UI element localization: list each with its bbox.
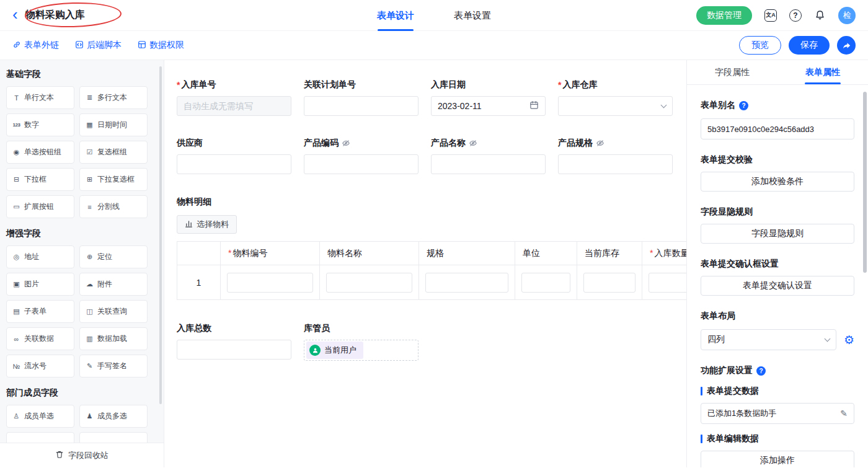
section-title-member-fields: 部门成员字段: [6, 387, 164, 399]
field-total[interactable]: 入库总数: [177, 322, 291, 361]
gear-icon[interactable]: ⚙: [844, 334, 854, 346]
help-icon[interactable]: ?: [739, 101, 748, 110]
help-icon[interactable]: ?: [756, 366, 766, 376]
tab-form-settings[interactable]: 表单设置: [454, 0, 491, 31]
multi-line-text-icon: ≣: [85, 94, 94, 102]
required-mark: *: [558, 80, 561, 90]
stock-input[interactable]: [583, 273, 636, 293]
member-multi-icon: ♟: [85, 412, 94, 420]
edit-icon[interactable]: ✎: [840, 408, 848, 418]
field-single-line-text[interactable]: T单行文本: [6, 86, 74, 109]
table-col-in-qty: *入库数量: [642, 242, 687, 265]
visibility-rules-button[interactable]: 字段显隐规则: [701, 224, 854, 244]
field-checkbox-group[interactable]: ☑复选框组: [79, 141, 148, 164]
field-attachment[interactable]: ☁附件: [79, 273, 148, 296]
plan-no-input[interactable]: [304, 96, 418, 116]
required-mark: *: [228, 248, 231, 258]
field-subform[interactable]: ▤子表单: [6, 300, 74, 323]
field-address[interactable]: ◎地址: [6, 245, 74, 268]
add-validation-button[interactable]: 添加校验条件: [701, 172, 854, 192]
label-text: 入库总数: [177, 323, 211, 334]
tab-form-design[interactable]: 表单设计: [377, 0, 414, 31]
spec-input[interactable]: [425, 273, 508, 293]
enhanced-fields-grid: ◎地址 ⊕定位 ▣图片 ☁附件 ▤子表单 ◫关联查询 ∞关联数据 ▥数据加载 №…: [6, 245, 164, 377]
product-spec-input[interactable]: [558, 154, 673, 174]
table-col-stock: 当前库存: [577, 242, 642, 265]
panel-scrollbar[interactable]: [863, 92, 867, 273]
bell-icon[interactable]: [814, 9, 826, 21]
field-linked-query[interactable]: ◫关联查询: [79, 300, 148, 323]
back-icon[interactable]: ‹: [12, 8, 18, 20]
in-qty-input[interactable]: [649, 273, 686, 293]
field-extend-button[interactable]: ▭扩展按钮: [6, 195, 74, 218]
table-col-index: [177, 242, 221, 265]
share-button[interactable]: [837, 36, 856, 55]
form-alias-input[interactable]: [701, 118, 854, 139]
select-icon: ⊟: [12, 175, 21, 183]
backend-script-link[interactable]: 后端脚本: [75, 40, 122, 51]
avatar[interactable]: 检: [838, 7, 856, 24]
supplier-input[interactable]: [177, 154, 291, 174]
field-serial-number[interactable]: №流水号: [6, 355, 74, 377]
field-label: 下拉复选框: [97, 174, 135, 185]
layout-select[interactable]: 四列: [701, 329, 836, 350]
help-icon[interactable]: ?: [789, 9, 802, 22]
field-product-spec[interactable]: 产品规格: [558, 137, 673, 174]
field-keeper[interactable]: 库管员 当前用户: [304, 322, 418, 361]
save-button[interactable]: 保存: [789, 36, 830, 55]
field-label: 供应商: [177, 137, 291, 149]
keeper-field[interactable]: 当前用户: [304, 340, 418, 361]
field-multi-line-text[interactable]: ≣多行文本: [79, 86, 148, 109]
field-multi-select[interactable]: ⊞下拉复选框: [79, 168, 148, 191]
field-data-load[interactable]: ▥数据加载: [79, 327, 148, 350]
product-name-input[interactable]: [431, 154, 546, 174]
translate-icon[interactable]: 文A: [764, 9, 777, 22]
material-name-input[interactable]: [326, 273, 412, 293]
select-material-button[interactable]: 选择物料: [177, 215, 237, 234]
col-label: 单位: [523, 248, 540, 258]
field-signature[interactable]: ✎手写签名: [79, 355, 148, 377]
field-order-no[interactable]: *入库单号: [177, 79, 291, 116]
date-input[interactable]: 2023-02-11: [431, 96, 546, 116]
field-location[interactable]: ⊕定位: [79, 245, 148, 268]
field-plan-no[interactable]: 关联计划单号: [304, 79, 418, 116]
current-user-chip[interactable]: 当前用户: [306, 342, 363, 359]
order-no-input[interactable]: [177, 96, 291, 116]
tab-form-properties[interactable]: 表单属性: [777, 60, 868, 84]
field-label: 复选框组: [97, 147, 127, 157]
field-divider[interactable]: ≡分割线: [79, 195, 148, 218]
script-icon: [75, 40, 84, 51]
field-product-code[interactable]: 产品编码: [304, 137, 418, 174]
field-linked-data[interactable]: ∞关联数据: [6, 327, 74, 350]
row-index-cell: 1: [177, 265, 221, 300]
field-recycle-bin[interactable]: 字段回收站: [0, 443, 164, 467]
field-supplier[interactable]: 供应商: [177, 137, 291, 174]
field-date[interactable]: 入库日期 2023-02-11: [431, 79, 546, 116]
field-number[interactable]: 123数字: [6, 113, 74, 136]
form-external-link[interactable]: 表单外链: [12, 40, 59, 51]
preview-button[interactable]: 预览: [739, 36, 781, 55]
field-label: 定位: [97, 252, 112, 262]
submit-confirm-button[interactable]: 表单提交确认设置: [701, 276, 854, 296]
sidebar-scrollbar[interactable]: [159, 66, 162, 404]
tab-field-properties[interactable]: 字段属性: [687, 60, 777, 84]
unit-input[interactable]: [521, 273, 570, 293]
field-image[interactable]: ▣图片: [6, 273, 74, 296]
field-member-multi[interactable]: ♟成员多选: [79, 405, 148, 428]
add-operation-button[interactable]: 添加操作: [701, 451, 854, 467]
field-member-single[interactable]: ♙成员单选: [6, 405, 74, 428]
data-permission-link[interactable]: 数据权限: [138, 40, 184, 51]
data-helper-box[interactable]: 已添加1条数据助手 ✎: [701, 403, 854, 424]
material-code-input[interactable]: [227, 273, 313, 293]
warehouse-select[interactable]: [558, 96, 673, 116]
form-layout-row: 四列 ⚙: [701, 329, 854, 350]
field-select[interactable]: ⊟下拉框: [6, 168, 74, 191]
field-product-name[interactable]: 产品名称: [431, 137, 546, 174]
field-radio-group[interactable]: ◉单选按钮组: [6, 141, 74, 164]
label-text: 供应商: [177, 138, 203, 149]
field-warehouse[interactable]: *入库仓库: [558, 79, 673, 116]
field-datetime[interactable]: ▦日期时间: [79, 113, 148, 136]
data-manage-button[interactable]: 数据管理: [696, 6, 752, 25]
product-code-input[interactable]: [304, 154, 418, 174]
total-input[interactable]: [177, 340, 291, 360]
